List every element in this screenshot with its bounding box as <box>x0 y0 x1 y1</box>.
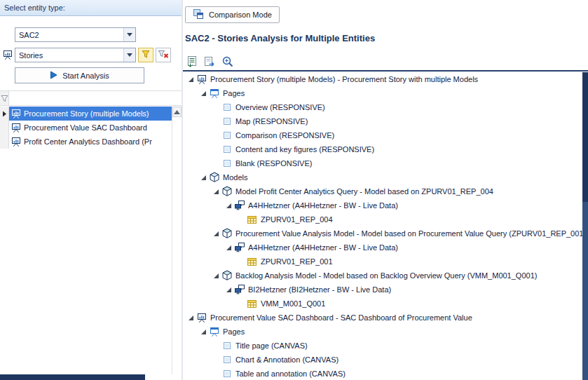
tree-node[interactable]: Backlog Analysis Model - Model based on … <box>183 269 582 283</box>
export-button[interactable] <box>202 55 217 70</box>
panel-caption-label: Select entity type: <box>4 4 65 12</box>
entity-type-combo[interactable]: SAC2 <box>15 27 136 42</box>
tree-node[interactable]: Chart & Annotation (CANVAS) <box>183 353 582 367</box>
object-type-combo-value: Stories <box>15 51 123 60</box>
tree-node-label: Models <box>223 173 247 182</box>
tree-node-label: Backlog Analysis Model - Model based on … <box>235 271 537 280</box>
tree-node[interactable]: Comparison (RESPONSIVE) <box>183 128 582 142</box>
entity-type-combo-value: SAC2 <box>15 31 123 39</box>
grid-row-label: Procurement Story (multiple Models) <box>24 109 149 118</box>
grid-row[interactable]: Procurement Story (multiple Models) <box>0 107 172 121</box>
tree-node-label: Pages <box>223 89 245 97</box>
tree-node-label: Procurement Value Analysis Model - Model… <box>235 229 582 238</box>
expand-toggle-icon[interactable] <box>198 90 208 97</box>
chevron-down-icon[interactable] <box>123 48 135 62</box>
hscroll-thumb[interactable] <box>0 374 145 380</box>
tree-node[interactable]: Models <box>183 170 582 184</box>
tree-node-label: ZPURV01_REP_004 <box>261 215 333 224</box>
query-icon <box>246 298 258 309</box>
expand-toggle-icon[interactable] <box>186 76 196 83</box>
tree-node[interactable]: ZPURV01_REP_001 <box>183 255 582 269</box>
tree-node[interactable]: Overview (RESPONSIVE) <box>183 100 582 114</box>
model-icon <box>221 186 233 197</box>
tree-node[interactable]: Table and annotation (CANVAS) <box>183 367 582 380</box>
entity-selection-panel: Select entity type: SAC2 Stories <box>0 0 182 380</box>
connection-icon <box>233 242 245 253</box>
expand-toggle-icon[interactable] <box>224 287 233 293</box>
zoom-icon <box>221 55 234 69</box>
row-indicator <box>0 135 9 149</box>
tree-node[interactable]: A4HHetzner (A4HHetzner - BW - Live Data) <box>183 198 582 212</box>
tree-node-label: Map (RESPONSIVE) <box>235 117 308 125</box>
tree-node[interactable]: VMM_M001_Q001 <box>183 297 582 311</box>
tree-toolbar <box>184 55 235 70</box>
tree-scroll-thumb[interactable] <box>582 72 588 202</box>
panel-caption: Select entity type: <box>0 0 182 16</box>
filter-edit-button[interactable] <box>138 48 153 62</box>
object-type-combo[interactable]: Stories <box>15 48 136 62</box>
tree-node[interactable]: Pages <box>183 325 582 339</box>
page-icon <box>221 130 233 141</box>
export-excel-button[interactable] <box>184 55 199 70</box>
connection-icon <box>233 284 245 295</box>
grid-hscrollbar[interactable] <box>0 374 182 380</box>
tree-node[interactable]: Pages <box>183 86 582 100</box>
story-icon <box>11 108 22 119</box>
tree-node[interactable]: ZPURV01_REP_004 <box>183 212 582 226</box>
dashboard-icon <box>11 136 22 147</box>
tree-node-label: BI2Hetzner (BI2Hetzner - BW - Live Data) <box>248 285 391 294</box>
query-icon <box>246 214 258 225</box>
expand-toggle-icon[interactable] <box>224 203 233 209</box>
filter-clear-button[interactable] <box>156 48 171 62</box>
focused-row-arrow-icon <box>0 107 9 121</box>
grid-header <box>0 90 182 106</box>
story-icon <box>196 312 207 323</box>
export-icon <box>203 55 216 69</box>
expand-toggle-icon[interactable] <box>211 231 221 237</box>
grid-row[interactable]: Profit Center Analytics Dashboard (Pr <box>0 135 172 149</box>
expand-toggle-icon[interactable] <box>186 315 196 321</box>
tree-node-label: A4HHetzner (A4HHetzner - BW - Live Data) <box>248 201 398 210</box>
expand-toggle-icon[interactable] <box>198 175 208 181</box>
tree-node[interactable]: Title page (CANVAS) <box>183 339 582 353</box>
tree-node-label: Procurement Story (multiple Models) - Pr… <box>210 75 478 83</box>
tree-node[interactable]: Procurement Story (multiple Models) - Pr… <box>183 72 582 86</box>
export-excel-icon <box>185 55 198 69</box>
expand-toggle-icon[interactable] <box>211 189 221 195</box>
tree-node[interactable]: Procurement Value Analysis Model - Model… <box>183 226 582 240</box>
tree-node-label: Content and key figures (RESPONSIVE) <box>235 145 374 154</box>
page-icon <box>221 102 233 113</box>
tree-node[interactable]: Content and key figures (RESPONSIVE) <box>183 142 582 156</box>
tree-node-label: Blank (RESPONSIVE) <box>235 159 312 168</box>
chevron-down-icon[interactable] <box>123 28 135 41</box>
query-icon <box>246 256 258 267</box>
tree-scrollbar[interactable] <box>582 72 588 380</box>
tree-node[interactable]: BI2Hetzner (BI2Hetzner - BW - Live Data) <box>183 283 582 297</box>
start-analysis-label: Start Analysis <box>62 72 109 80</box>
expand-toggle-icon[interactable] <box>198 329 208 335</box>
row-indicator <box>0 121 9 135</box>
filter-edit-icon <box>141 50 151 60</box>
page-icon <box>221 368 233 379</box>
tree-node-label: Procurement Value SAC Dashboard - SAC Da… <box>210 313 472 322</box>
grid-row[interactable]: Procurement Value SAC Dashboard <box>0 121 172 135</box>
tree-node[interactable]: Blank (RESPONSIVE) <box>183 156 582 170</box>
tree-node-label: Comparison (RESPONSIVE) <box>235 131 334 140</box>
tree-node[interactable]: Model Profit Center Analytics Query - Mo… <box>183 184 582 198</box>
zoom-button[interactable] <box>220 55 235 70</box>
pages-icon <box>208 88 220 99</box>
scroll-up-button[interactable] <box>172 107 182 117</box>
tree-node[interactable]: A4HHetzner (A4HHetzner - BW - Live Data) <box>183 240 582 255</box>
expand-toggle-icon[interactable] <box>211 273 221 279</box>
tree-node[interactable]: Map (RESPONSIVE) <box>183 114 582 128</box>
tree-node[interactable]: Procurement Value SAC Dashboard - SAC Da… <box>183 311 582 325</box>
tree-node-label: Overview (RESPONSIVE) <box>235 103 325 111</box>
grid-row-label: Profit Center Analytics Dashboard (Pr <box>24 137 152 146</box>
comparison-mode-button[interactable]: Comparison Mode <box>185 6 280 23</box>
expand-toggle-icon[interactable] <box>224 245 233 251</box>
grid-row-body: Procurement Story (multiple Models) <box>9 107 172 121</box>
start-analysis-button[interactable]: Start Analysis <box>15 67 144 83</box>
tree-node-label: Pages <box>223 327 245 336</box>
grid-scrollbar[interactable] <box>172 107 182 374</box>
tree-node-label: Title page (CANVAS) <box>235 341 308 350</box>
